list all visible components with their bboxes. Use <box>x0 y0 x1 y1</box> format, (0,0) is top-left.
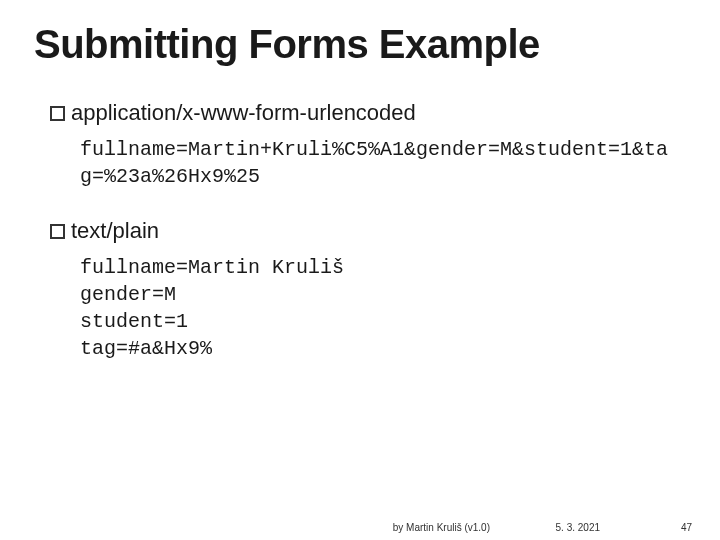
square-bullet-icon <box>50 224 65 239</box>
footer-page-number: 47 <box>681 522 692 533</box>
bullet-label: text/plain <box>71 218 159 244</box>
code-textplain: fullname=Martin Kruliš gender=M student=… <box>80 254 680 362</box>
bullet-urlencoded: application/x-www-form-urlencoded <box>50 100 680 126</box>
square-bullet-icon <box>50 106 65 121</box>
footer-date: 5. 3. 2021 <box>556 522 600 533</box>
slide: Submitting Forms Example application/x-w… <box>0 0 720 540</box>
bullet-textplain: text/plain <box>50 218 680 244</box>
page-title: Submitting Forms Example <box>34 22 540 67</box>
code-urlencoded: fullname=Martin+Kruli%C5%A1&gender=M&stu… <box>80 136 680 190</box>
content-area: application/x-www-form-urlencoded fullna… <box>50 100 680 390</box>
footer-author: by Martin Kruliš (v1.0) <box>393 522 490 533</box>
bullet-label: application/x-www-form-urlencoded <box>71 100 416 126</box>
